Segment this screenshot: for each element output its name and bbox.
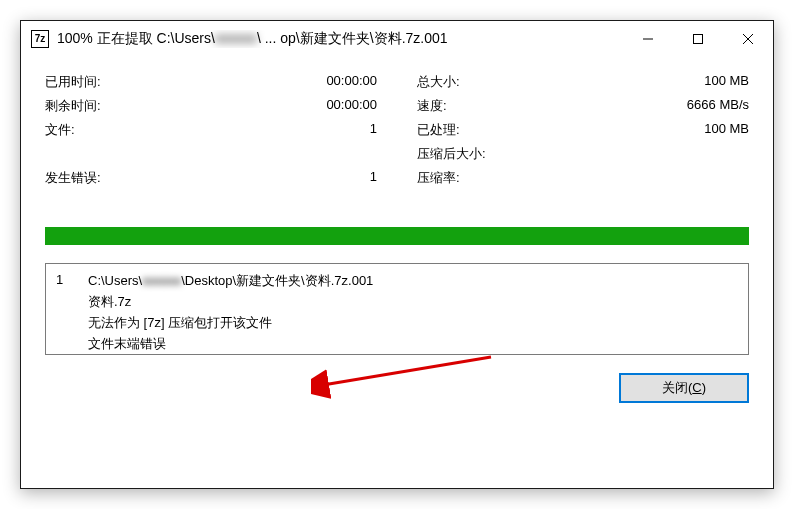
stats-left-column: 已用时间: 00:00:00 剩余时间: 00:00:00 文件: 1 发生错误… bbox=[45, 73, 377, 187]
processed-value: 100 MB bbox=[704, 121, 749, 139]
extraction-dialog: 7z 100% 正在提取 C:\Users\xxxxxx\ ... op\新建文… bbox=[20, 20, 774, 489]
stats-area: 已用时间: 00:00:00 剩余时间: 00:00:00 文件: 1 发生错误… bbox=[45, 73, 749, 187]
files-value: 1 bbox=[370, 121, 377, 139]
elapsed-time-label: 已用时间: bbox=[45, 73, 101, 91]
maximize-button[interactable] bbox=[673, 21, 723, 56]
remaining-time-value: 00:00:00 bbox=[326, 97, 377, 115]
titlebar[interactable]: 7z 100% 正在提取 C:\Users\xxxxxx\ ... op\新建文… bbox=[21, 21, 773, 57]
error-archive-name: 资料.7z bbox=[88, 293, 373, 311]
remaining-time-label: 剩余时间: bbox=[45, 97, 101, 115]
speed-label: 速度: bbox=[417, 97, 447, 115]
progress-bar bbox=[45, 227, 749, 245]
minimize-icon bbox=[642, 33, 654, 45]
elapsed-time-value: 00:00:00 bbox=[326, 73, 377, 91]
compressed-size-label: 压缩后大小: bbox=[417, 145, 486, 163]
processed-label: 已处理: bbox=[417, 121, 460, 139]
total-size-label: 总大小: bbox=[417, 73, 460, 91]
progress-wrap bbox=[45, 227, 749, 245]
error-cannot-open: 无法作为 [7z] 压缩包打开该文件 bbox=[88, 314, 373, 332]
minimize-button[interactable] bbox=[623, 21, 673, 56]
button-row: 关闭(C) bbox=[45, 373, 749, 403]
close-button[interactable]: 关闭(C) bbox=[619, 373, 749, 403]
errors-value: 1 bbox=[370, 169, 377, 187]
speed-value: 6666 MB/s bbox=[687, 97, 749, 115]
stats-right-column: 总大小: 100 MB 速度: 6666 MB/s 已处理: 100 MB 压缩… bbox=[417, 73, 749, 187]
error-messages-box: 1 C:\Users\xxxxxx\Desktop\新建文件夹\资料.7z.00… bbox=[45, 263, 749, 355]
dialog-content: 已用时间: 00:00:00 剩余时间: 00:00:00 文件: 1 发生错误… bbox=[21, 57, 773, 419]
error-unexpected-end: 文件末端错误 bbox=[88, 335, 373, 353]
svg-rect-1 bbox=[694, 34, 703, 43]
redacted-username: xxxxxx bbox=[142, 273, 181, 288]
errors-label: 发生错误: bbox=[45, 169, 101, 187]
ratio-label: 压缩率: bbox=[417, 169, 460, 187]
error-index: 1 bbox=[56, 272, 70, 346]
files-label: 文件: bbox=[45, 121, 75, 139]
close-icon bbox=[742, 33, 754, 45]
close-window-button[interactable] bbox=[723, 21, 773, 56]
titlebar-title: 100% 正在提取 C:\Users\xxxxxx\ ... op\新建文件夹\… bbox=[57, 30, 623, 48]
total-size-value: 100 MB bbox=[704, 73, 749, 91]
redacted-username: xxxxxx bbox=[215, 30, 257, 46]
error-file-path: C:\Users\xxxxxx\Desktop\新建文件夹\资料.7z.001 bbox=[88, 272, 373, 290]
app-7z-icon: 7z bbox=[31, 30, 49, 48]
maximize-icon bbox=[692, 33, 704, 45]
